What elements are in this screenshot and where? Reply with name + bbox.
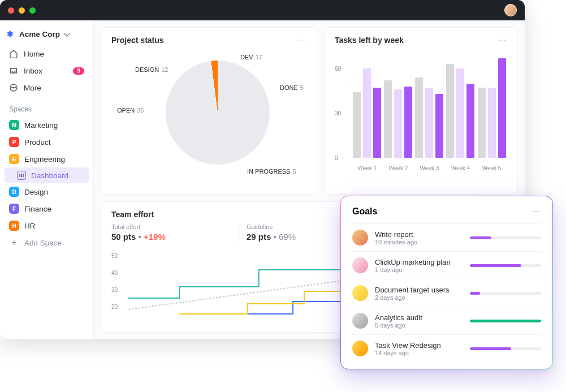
space-icon: F xyxy=(9,204,19,214)
goal-progress xyxy=(470,347,541,350)
nav-inbox[interactable]: Inbox 9 xyxy=(5,62,89,79)
org-logo-icon xyxy=(7,29,16,38)
y-tick-label: 60 xyxy=(335,66,341,72)
space-label: Engineering xyxy=(24,155,65,163)
bar xyxy=(415,77,423,158)
pie-label: IN PROGRESS5 xyxy=(247,168,296,175)
sidebar-item-dashboard[interactable]: Dashboard xyxy=(5,167,89,183)
bar xyxy=(498,58,506,158)
sidebar: Acme Corp Home Inbox 9 More Spaces MMark… xyxy=(0,20,94,339)
space-label: Product xyxy=(24,138,51,147)
bar-group xyxy=(352,54,383,158)
tasks-left-title: Tasks left by week xyxy=(335,36,404,45)
bar xyxy=(425,88,433,158)
user-avatar[interactable] xyxy=(504,4,517,16)
goal-time: 10 minutes ago xyxy=(375,239,463,245)
space-label: Marketing xyxy=(24,121,58,130)
bar xyxy=(384,80,392,158)
sidebar-item-engineering[interactable]: EEngineering xyxy=(5,150,89,167)
space-icon: H xyxy=(9,221,19,231)
home-icon xyxy=(9,49,18,58)
svg-point-2 xyxy=(13,87,14,88)
card-menu-button[interactable]: ⋯ xyxy=(297,36,306,45)
bar xyxy=(446,64,454,158)
project-status-card: Project status ⋯ OPEN36DESIGN12DEV17DONE… xyxy=(101,27,317,195)
nav-home[interactable]: Home xyxy=(5,45,89,62)
goal-row[interactable]: Document target users 2 days ago xyxy=(352,279,541,307)
svg-point-3 xyxy=(15,87,15,88)
plus-icon: + xyxy=(9,238,19,248)
goal-name: Document target users xyxy=(375,286,463,294)
bar xyxy=(488,88,496,158)
maximize-window-icon[interactable] xyxy=(29,7,36,14)
minimize-window-icon[interactable] xyxy=(19,7,25,14)
x-tick-label: Week 5 xyxy=(476,165,507,171)
card-menu-button[interactable]: ⋯ xyxy=(498,36,507,45)
project-status-title: Project status xyxy=(111,36,164,45)
goal-progress xyxy=(470,292,541,295)
bar xyxy=(353,92,361,158)
sidebar-item-hr[interactable]: HHR xyxy=(5,217,89,234)
goal-progress xyxy=(470,236,541,239)
more-icon xyxy=(9,83,18,92)
team-effort-title: Team effort xyxy=(111,210,154,219)
goal-avatar xyxy=(352,285,368,301)
space-icon: E xyxy=(9,154,19,164)
goal-avatar xyxy=(352,230,368,245)
sidebar-item-product[interactable]: PProduct xyxy=(5,133,89,150)
org-name: Acme Corp xyxy=(19,30,60,38)
sidebar-item-finance[interactable]: FFinance xyxy=(5,200,89,217)
goal-time: 5 days ago xyxy=(375,322,463,329)
goal-row[interactable]: Task View Redesign 14 days ago xyxy=(352,334,541,362)
bar xyxy=(478,88,486,158)
goal-row[interactable]: Analytics audit 5 days ago xyxy=(352,307,541,334)
x-tick-label: Week 1 xyxy=(352,165,383,171)
inbox-icon xyxy=(9,66,18,75)
goals-panel: Goals ⋯ Write report 10 minutes ago Clic… xyxy=(340,196,553,369)
nav-inbox-label: Inbox xyxy=(24,67,42,75)
bar xyxy=(456,68,464,158)
bar xyxy=(373,88,381,158)
nav-more[interactable]: More xyxy=(5,79,89,96)
goal-avatar xyxy=(352,257,368,273)
pie-label: DESIGN12 xyxy=(135,66,168,73)
metric-value: 50 pts • +19% xyxy=(111,232,238,242)
bar xyxy=(435,94,443,158)
card-menu-button[interactable]: ⋯ xyxy=(532,207,541,216)
bar xyxy=(394,89,402,158)
svg-point-1 xyxy=(12,87,12,88)
space-icon: M xyxy=(9,120,19,130)
nav-home-label: Home xyxy=(24,50,44,58)
titlebar xyxy=(0,0,525,20)
pie-label: OPEN36 xyxy=(117,107,144,114)
metric: Total effort 50 pts • +19% xyxy=(111,223,238,242)
y-tick-label: 30 xyxy=(335,110,341,117)
y-tick-label: 0 xyxy=(335,155,338,161)
space-label: HR xyxy=(24,222,36,230)
space-icon: P xyxy=(9,137,19,147)
bar-chart: 03060 Week 1Week 2Week 3Week 4Week 5 xyxy=(335,50,507,175)
goal-row[interactable]: ClickUp marketing plan 1 day ago xyxy=(352,251,541,279)
y-tick-label: 20 xyxy=(111,304,118,310)
space-label: Design xyxy=(24,188,48,196)
goal-name: Analytics audit xyxy=(375,313,463,322)
goals-title: Goals xyxy=(352,206,377,217)
pie-chart: OPEN36DESIGN12DEV17DONE5IN PROGRESS5 xyxy=(111,49,306,179)
goal-time: 14 days ago xyxy=(375,350,463,356)
goal-progress xyxy=(470,320,541,322)
add-space-button[interactable]: + Add Space xyxy=(5,234,89,251)
y-tick-label: 30 xyxy=(111,287,118,293)
sidebar-item-design[interactable]: DDesign xyxy=(5,183,89,200)
bar-group xyxy=(445,54,476,158)
close-window-icon[interactable] xyxy=(8,7,14,14)
goal-avatar xyxy=(352,341,368,356)
goal-row[interactable]: Write report 10 minutes ago xyxy=(352,223,541,251)
x-tick-label: Week 3 xyxy=(414,165,445,171)
pie-label: DONE5 xyxy=(280,84,304,91)
bar-group xyxy=(414,54,445,158)
bar xyxy=(466,84,474,158)
org-switcher[interactable]: Acme Corp xyxy=(5,26,89,45)
chevron-down-icon xyxy=(63,30,70,36)
sidebar-item-marketing[interactable]: MMarketing xyxy=(5,117,89,133)
bar-group xyxy=(383,54,414,158)
